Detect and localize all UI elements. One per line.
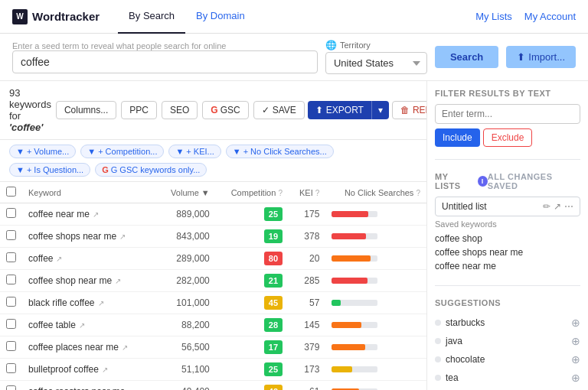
- external-link-icon[interactable]: ↗: [102, 366, 108, 374]
- share-list-button[interactable]: ↗: [554, 201, 561, 212]
- list-item-name: Untitled list: [442, 201, 487, 212]
- volume-cell: 101,000: [158, 292, 216, 314]
- th-competition[interactable]: Competition ?: [216, 182, 289, 203]
- exclude-button[interactable]: Exclude: [483, 128, 533, 147]
- no-click-bar-wrap: [332, 278, 377, 284]
- row-checkbox[interactable]: [6, 275, 16, 284]
- no-click-bar: [332, 278, 368, 284]
- external-link-icon[interactable]: ↗: [119, 232, 126, 241]
- competition-badge: 45: [264, 296, 283, 310]
- select-all-checkbox[interactable]: [6, 187, 16, 197]
- sugg-dot: [435, 320, 441, 326]
- right-panel: FILTER RESULTS BY TEXT Include Exclude M…: [427, 81, 588, 390]
- external-link-icon[interactable]: ↗: [98, 299, 104, 307]
- row-checkbox[interactable]: [6, 230, 16, 240]
- th-kei[interactable]: KEI ?: [289, 182, 325, 203]
- include-button[interactable]: Include: [435, 128, 480, 147]
- keyword-text[interactable]: bulletproof coffee: [28, 364, 99, 375]
- sugg-dot: [435, 375, 441, 381]
- sugg-dot: [435, 338, 441, 344]
- chip-volume[interactable]: ▼ + Volume...: [9, 145, 76, 158]
- saved-kw-1[interactable]: coffee shops near me: [435, 245, 580, 259]
- no-click-bar: [332, 300, 341, 306]
- filter-icon-5: ▼: [16, 165, 24, 174]
- filter-text-input[interactable]: [435, 104, 580, 124]
- sugg-left: tea: [435, 372, 459, 383]
- export-more-button[interactable]: ▾: [371, 101, 389, 119]
- tab-by-domain[interactable]: By Domain: [185, 0, 256, 34]
- sugg-add-icon[interactable]: ⊕: [571, 335, 580, 347]
- suggestion-item-1[interactable]: java ⊕: [435, 332, 580, 350]
- chip-no-click[interactable]: ▼ + No Click Searches...: [226, 145, 334, 158]
- filter-btn-row: Include Exclude: [435, 128, 580, 147]
- remove-button[interactable]: 🗑 REMOVE...: [392, 101, 427, 119]
- row-checkbox[interactable]: [6, 252, 16, 262]
- keyword-text[interactable]: coffee shop near me: [28, 275, 112, 286]
- row-checkbox[interactable]: [6, 341, 16, 351]
- seed-input[interactable]: [12, 50, 318, 73]
- list-actions: ✏ ↗ ⋯: [543, 201, 573, 212]
- th-no-click[interactable]: No Click Searches ?: [325, 182, 426, 203]
- row-checkbox[interactable]: [6, 208, 16, 218]
- row-checkbox[interactable]: [6, 363, 16, 373]
- columns-button[interactable]: Columns...: [56, 101, 116, 119]
- competition-cell: 45: [216, 292, 289, 314]
- keyword-text[interactable]: coffee table: [28, 320, 76, 330]
- keyword-text[interactable]: coffee: [28, 253, 53, 264]
- more-list-button[interactable]: ⋯: [564, 201, 573, 212]
- keyword-text[interactable]: coffee shops near me: [28, 231, 116, 242]
- th-volume[interactable]: Volume ▼: [158, 182, 216, 203]
- row-checkbox[interactable]: [6, 385, 16, 390]
- row-checkbox[interactable]: [6, 319, 16, 329]
- sugg-left: starbucks: [435, 317, 485, 328]
- sugg-add-icon[interactable]: ⊕: [571, 353, 580, 366]
- search-hint: Enter a seed term to reveal what people …: [12, 41, 318, 50]
- sugg-add-icon[interactable]: ⊕: [571, 317, 580, 329]
- my-lists-link[interactable]: My Lists: [475, 11, 512, 22]
- kei-cell: 379: [289, 336, 325, 359]
- territory-select[interactable]: United States United Kingdom Canada Aust…: [325, 52, 427, 74]
- external-link-icon[interactable]: ↗: [79, 321, 85, 330]
- saved-kw-2[interactable]: coffee near me: [435, 259, 580, 273]
- external-link-icon[interactable]: ↗: [115, 277, 121, 285]
- external-link-icon[interactable]: ↗: [122, 343, 128, 352]
- ppc-button[interactable]: PPC: [121, 101, 157, 119]
- sugg-add-icon[interactable]: ⊕: [571, 372, 580, 384]
- row-checkbox[interactable]: [6, 297, 16, 307]
- external-link-icon[interactable]: ↗: [93, 210, 99, 219]
- suggestion-item-4[interactable]: caffeine ⊕: [435, 387, 580, 390]
- tab-by-search[interactable]: By Search: [118, 0, 185, 34]
- no-click-bar: [332, 322, 361, 328]
- edit-list-button[interactable]: ✏: [543, 201, 550, 212]
- trash-icon: 🗑: [400, 105, 410, 115]
- external-link-icon[interactable]: ↗: [129, 388, 135, 391]
- export-button[interactable]: ⬆ EXPORT: [308, 101, 371, 119]
- export-icon: ⬆: [315, 105, 323, 115]
- competition-cell: 17: [216, 336, 289, 359]
- keyword-text[interactable]: coffee places near me: [28, 342, 119, 353]
- chip-gsc[interactable]: G G GSC keywords only...: [95, 163, 207, 177]
- kei-cell: 378: [289, 226, 325, 248]
- chip-competition[interactable]: ▼ + Competition...: [80, 145, 164, 158]
- chip-kei[interactable]: ▼ + KEI...: [168, 145, 220, 158]
- saved-kw-0[interactable]: coffee shop: [435, 232, 580, 245]
- chip-question[interactable]: ▼ + Is Question...: [9, 163, 90, 177]
- suggestion-item-0[interactable]: starbucks ⊕: [435, 314, 580, 332]
- search-button[interactable]: Search: [435, 46, 498, 68]
- competition-badge: 25: [264, 362, 283, 376]
- left-panel: 93 keywords for 'coffee' Columns... PPC …: [0, 81, 427, 390]
- suggestion-item-2[interactable]: chocolate ⊕: [435, 350, 580, 369]
- keyword-table-wrap: Keyword Volume ▼ Competition ? KEI ? No …: [0, 182, 426, 390]
- my-account-link[interactable]: My Account: [524, 11, 576, 22]
- external-link-icon[interactable]: ↗: [56, 255, 62, 263]
- seo-button[interactable]: SEO: [162, 101, 198, 119]
- suggestion-item-3[interactable]: tea ⊕: [435, 369, 580, 387]
- keyword-text[interactable]: coffee near me: [28, 209, 90, 219]
- keyword-text[interactable]: black rifle coffee: [28, 297, 95, 308]
- kei-cell: 285: [289, 270, 325, 292]
- import-button[interactable]: ⬆ Import...: [506, 46, 576, 68]
- save-button[interactable]: ✓ SAVE: [253, 101, 305, 119]
- gsc-button[interactable]: G GSC: [202, 101, 248, 119]
- keyword-text[interactable]: coffee roasters near me: [28, 386, 126, 390]
- table-row: coffee shops near me ↗ 843,000 19 378: [0, 226, 426, 248]
